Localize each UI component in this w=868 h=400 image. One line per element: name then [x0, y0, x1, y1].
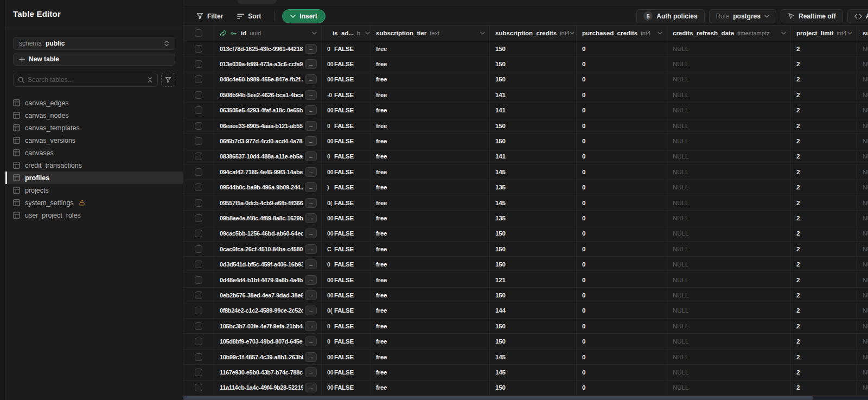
cell-id[interactable]: 09544b0c-ba9b-496a-9b09-244...→ [214, 180, 322, 195]
cell-purchased_credits[interactable]: 0 [577, 164, 667, 179]
cell-select[interactable] [183, 288, 214, 302]
row-expand-button[interactable]: → [305, 352, 317, 362]
cell-id[interactable]: 11a114cb-1a4c-49f4-9b28-52219ec...→ [214, 380, 322, 395]
cell-su[interactable]: NULL [857, 226, 868, 241]
cell-subscription_tier[interactable]: free [371, 226, 490, 241]
cell-is_admin[interactable]: 0FALSE [322, 149, 371, 164]
cell-purchased_credits[interactable]: 0 [577, 303, 667, 318]
cell-subscription_tier[interactable]: free [371, 303, 490, 318]
cell-select[interactable] [183, 319, 214, 333]
cell-subscription_tier[interactable]: free [371, 272, 490, 287]
cell-project_limit[interactable]: 2 [791, 72, 857, 87]
cell-project_limit[interactable]: 2 [791, 257, 857, 271]
row-checkbox[interactable] [195, 106, 202, 114]
cell-project_limit[interactable]: 2 [791, 180, 857, 195]
chevrons-collapse-icon[interactable] [147, 77, 153, 83]
cell-su[interactable]: NULL [857, 288, 868, 302]
cell-is_admin[interactable]: 00FALSE [322, 211, 371, 225]
cell-subscription_tier[interactable]: free [371, 365, 490, 379]
cell-subscription_tier[interactable]: free [371, 288, 490, 302]
cell-is_admin[interactable]: 00FALSE [322, 350, 371, 364]
cell-credits_refresh_date[interactable]: NULL [667, 380, 791, 395]
row-checkbox[interactable] [195, 261, 202, 268]
cell-purchased_credits[interactable]: 0 [577, 103, 667, 118]
cell-subscription_credits[interactable]: 150 [490, 41, 577, 56]
cell-is_admin[interactable]: 00FALSE [322, 164, 371, 179]
cell-su[interactable]: NULL [857, 180, 868, 195]
cell-credits_refresh_date[interactable]: NULL [667, 118, 791, 133]
row-expand-button[interactable]: → [305, 167, 317, 177]
cell-is_admin[interactable]: 00FALSE [322, 134, 371, 148]
cell-project_limit[interactable]: 2 [791, 319, 857, 333]
cell-credits_refresh_date[interactable]: NULL [667, 41, 791, 56]
cell-credits_refresh_date[interactable]: NULL [667, 87, 791, 102]
cell-purchased_credits[interactable]: 0 [577, 272, 667, 287]
cell-su[interactable]: NULL [857, 350, 868, 364]
cell-id[interactable]: 094caf42-7185-4e45-99f3-14abee...→ [214, 164, 322, 179]
cell-subscription_tier[interactable]: free [371, 164, 490, 179]
row-checkbox[interactable] [195, 60, 202, 68]
cell-subscription_credits[interactable]: 150 [490, 242, 577, 256]
column-menu-icon[interactable] [312, 31, 317, 35]
cell-id[interactable]: 10b99c1f-4857-4c39-a8b1-263b8...→ [214, 350, 322, 364]
cell-su[interactable]: NULL [857, 164, 868, 179]
cell-id[interactable]: 08386537-10d4-488a-a11e-eb5a6...→ [214, 149, 322, 164]
cell-credits_refresh_date[interactable]: NULL [667, 56, 791, 71]
cell-is_admin[interactable]: 0FALSE [322, 118, 371, 133]
cell-is_admin[interactable]: 00FALSE [322, 288, 371, 302]
cell-select[interactable] [183, 380, 214, 395]
horizontal-scrollbar-thumb[interactable] [183, 396, 813, 400]
cell-project_limit[interactable]: 2 [791, 272, 857, 287]
cell-subscription_credits[interactable]: 150 [490, 72, 577, 87]
cell-credits_refresh_date[interactable]: NULL [667, 319, 791, 333]
cell-is_admin[interactable]: 0(FALSE [322, 303, 371, 318]
cell-purchased_credits[interactable]: 0 [577, 72, 667, 87]
cell-su[interactable]: NULL [857, 118, 868, 133]
cell-credits_refresh_date[interactable]: NULL [667, 350, 791, 364]
cell-credits_refresh_date[interactable]: NULL [667, 242, 791, 256]
cell-purchased_credits[interactable]: 0 [577, 365, 667, 379]
cell-is_admin[interactable]: CFALSE [322, 242, 371, 256]
row-expand-button[interactable]: → [305, 336, 317, 346]
cell-su[interactable]: NULL [857, 149, 868, 164]
row-checkbox[interactable] [195, 230, 202, 237]
cell-select[interactable] [183, 72, 214, 87]
row-checkbox[interactable] [195, 75, 202, 83]
cell-id[interactable]: 013e039a-fd89-473a-a3c6-ccfa9...→ [214, 56, 322, 71]
cell-project_limit[interactable]: 2 [791, 242, 857, 256]
horizontal-scrollbar[interactable] [183, 396, 868, 400]
cell-purchased_credits[interactable]: 0 [577, 118, 667, 133]
cell-credits_refresh_date[interactable]: NULL [667, 257, 791, 271]
cell-is_admin[interactable]: 0FALSE [322, 257, 371, 271]
cell-id[interactable]: 0cac6fca-26cf-4510-84ba-c4580...→ [214, 242, 322, 256]
row-checkbox[interactable] [195, 338, 202, 345]
cell-id[interactable]: 0f8b24e2-c1c2-4589-99ce-2c52d...→ [214, 303, 322, 318]
cell-su[interactable]: NULL [857, 272, 868, 287]
cell-select[interactable] [183, 87, 214, 102]
cell-id[interactable]: 105bc3b7-03fe-4e7f-9efa-21bb40...→ [214, 319, 322, 333]
cell-is_admin[interactable]: 00FALSE [322, 72, 371, 87]
cell-purchased_credits[interactable]: 0 [577, 226, 667, 241]
cell-credits_refresh_date[interactable]: NULL [667, 303, 791, 318]
cell-project_limit[interactable]: 2 [791, 380, 857, 395]
column-menu-icon[interactable] [658, 31, 662, 35]
cell-purchased_credits[interactable]: 0 [577, 257, 667, 271]
cell-id[interactable]: 105d8bf9-e703-49bd-807d-645e...→ [214, 334, 322, 348]
cell-credits_refresh_date[interactable]: NULL [667, 288, 791, 302]
cell-is_admin[interactable]: 00FALSE [322, 365, 371, 379]
cell-subscription_tier[interactable]: free [371, 180, 490, 195]
cell-credits_refresh_date[interactable]: NULL [667, 365, 791, 379]
row-checkbox[interactable] [195, 199, 202, 207]
cell-credits_refresh_date[interactable]: NULL [667, 103, 791, 118]
sidebar-item-canvas_nodes[interactable]: canvas_nodes [5, 109, 183, 122]
row-expand-button[interactable]: → [305, 275, 317, 285]
cell-purchased_credits[interactable]: 0 [577, 134, 667, 148]
cell-project_limit[interactable]: 2 [791, 87, 857, 102]
row-expand-button[interactable]: → [305, 259, 317, 269]
row-checkbox[interactable] [195, 291, 202, 299]
cell-is_admin[interactable]: 00FALSE [322, 226, 371, 241]
cell-is_admin[interactable]: 0FALSE [322, 319, 371, 333]
row-checkbox[interactable] [195, 384, 202, 391]
sidebar-item-user_project_roles[interactable]: user_project_roles [5, 209, 183, 221]
cell-is_admin[interactable]: 0FALSE [322, 334, 371, 348]
